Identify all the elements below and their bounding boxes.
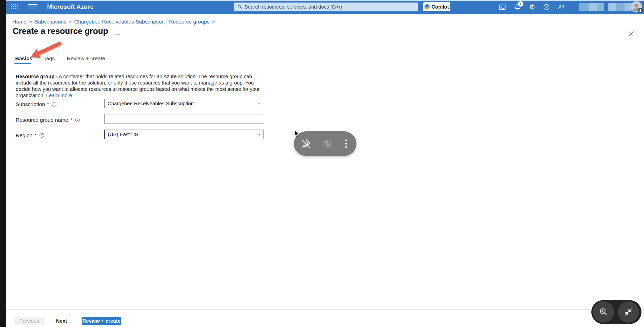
- region-value: (US) East US: [108, 132, 138, 137]
- recorder-toolbar: [294, 131, 356, 156]
- viewer-controls: [591, 300, 641, 324]
- breadcrumb: Home > Subscriptions > Chargebee Receive…: [12, 19, 215, 25]
- chevron-down-icon: [257, 103, 261, 105]
- resource-group-name-label: Resource group name *: [16, 117, 80, 123]
- previous-button[interactable]: Previous: [14, 317, 45, 325]
- tab-tags[interactable]: Tags: [44, 55, 55, 62]
- next-button[interactable]: Next: [48, 317, 75, 325]
- avatar[interactable]: [631, 1, 642, 12]
- search-icon: [237, 5, 242, 10]
- description-lead: Resource group: [16, 74, 54, 79]
- collapse-button[interactable]: [618, 301, 639, 323]
- required-marker: *: [70, 117, 72, 123]
- resource-group-name-field[interactable]: [104, 114, 264, 124]
- info-icon[interactable]: [75, 117, 80, 122]
- review-create-button[interactable]: Review + create: [82, 317, 121, 325]
- resource-group-name-input[interactable]: [108, 116, 261, 122]
- redacted-account-name: [579, 3, 604, 11]
- breadcrumb-separator: >: [69, 19, 72, 25]
- left-black-strip: [0, 0, 6, 327]
- app-launcher-icon[interactable]: [11, 4, 18, 10]
- volume-off-icon[interactable]: [321, 138, 333, 150]
- info-icon[interactable]: [52, 102, 57, 107]
- breadcrumb-separator: >: [212, 19, 215, 25]
- tab-review-create[interactable]: Review + create: [67, 55, 105, 62]
- info-icon[interactable]: [39, 133, 44, 138]
- product-title[interactable]: Microsoft Azure: [47, 3, 93, 10]
- title-overflow-menu[interactable]: ...: [114, 30, 120, 36]
- svg-text:?: ?: [545, 5, 548, 9]
- required-marker: *: [47, 101, 49, 107]
- pin-off-icon[interactable]: [300, 138, 312, 150]
- copilot-icon: [425, 4, 430, 10]
- settings-gear-icon[interactable]: [529, 4, 536, 11]
- collapse-icon: [623, 307, 633, 317]
- feedback-icon[interactable]: [557, 4, 564, 11]
- global-search[interactable]: [234, 3, 418, 11]
- subscription-value: Chargebee Receiveables Subscription: [108, 101, 194, 107]
- account-overflow-dots: ·.: [625, 6, 629, 11]
- hamburger-menu-icon[interactable]: [28, 4, 37, 9]
- breadcrumb-subscriptions[interactable]: Subscriptions: [34, 19, 66, 25]
- close-icon: [628, 30, 634, 37]
- region-label: Region *: [16, 132, 44, 138]
- help-icon[interactable]: ?: [543, 4, 550, 11]
- breadcrumb-subscription-resource-groups[interactable]: Chargebee Receiveables Subscription | Re…: [74, 19, 209, 25]
- top-bar: Microsoft Azure Copilot 1 ?: [6, 0, 644, 14]
- lock-icon: [638, 8, 643, 13]
- azure-portal-window: Microsoft Azure Copilot 1 ?: [0, 0, 644, 327]
- subscription-dropdown[interactable]: Chargebee Receiveables Subscription: [104, 99, 264, 108]
- required-marker: *: [35, 132, 37, 138]
- more-options-kebab-icon[interactable]: [342, 139, 350, 148]
- close-blade-button[interactable]: [628, 30, 635, 37]
- footer-divider: [6, 309, 644, 310]
- breadcrumb-home[interactable]: Home: [12, 19, 27, 25]
- zoom-in-icon: [598, 307, 609, 317]
- copilot-label: Copilot: [432, 4, 449, 10]
- region-dropdown[interactable]: (US) East US: [104, 130, 264, 139]
- notification-count-badge: 1: [518, 1, 523, 7]
- chevron-down-icon: [257, 133, 260, 136]
- learn-more-link[interactable]: Learn more: [46, 93, 72, 98]
- breadcrumb-separator: >: [29, 19, 32, 25]
- resource-group-description: Resource group - A container that holds …: [16, 73, 261, 99]
- subscription-label: Subscription *: [16, 101, 57, 107]
- zoom-in-button[interactable]: [593, 301, 614, 323]
- cloud-shell-icon[interactable]: [499, 4, 506, 11]
- tab-basics[interactable]: Basics: [15, 55, 32, 62]
- copilot-button[interactable]: Copilot: [423, 2, 450, 11]
- page-title: Create a resource group: [13, 26, 108, 36]
- search-input[interactable]: [245, 4, 415, 10]
- active-tab-underline: [14, 63, 31, 64]
